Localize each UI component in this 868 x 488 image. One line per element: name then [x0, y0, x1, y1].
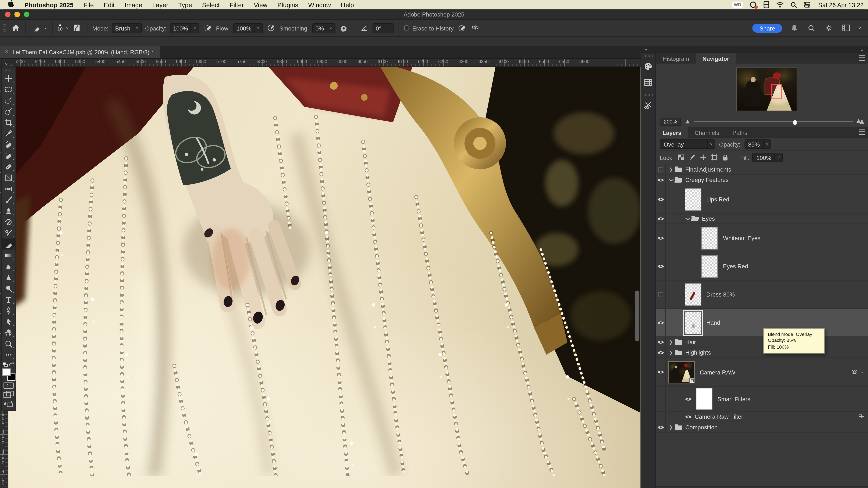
chevron-down-icon[interactable]: ˅: [858, 25, 861, 31]
layer-name[interactable]: Hair: [685, 339, 696, 345]
navigator-zoom-slider[interactable]: [694, 121, 853, 122]
dodge-tool[interactable]: [2, 283, 16, 294]
pressure-size-icon[interactable]: [457, 24, 467, 32]
apple-menu-icon[interactable]: [8, 0, 14, 9]
horizontal-ruler[interactable]: 5200525053005350540054505500555056005650…: [8, 59, 641, 67]
lock-transparency-icon[interactable]: [677, 154, 685, 161]
eye-icon[interactable]: [656, 347, 666, 357]
airbrush-icon[interactable]: [266, 24, 276, 32]
pen-tool[interactable]: [2, 305, 16, 316]
layer-thumbnail[interactable]: [685, 283, 701, 306]
tools-grip[interactable]: [2, 68, 16, 72]
layer-whiteout-eyes[interactable]: Whiteout Eyes: [656, 224, 868, 252]
eye-icon[interactable]: [656, 309, 666, 336]
expand-dock-icon[interactable]: «: [645, 47, 647, 52]
angle-input[interactable]: 0°: [372, 23, 393, 33]
layer-thumbnail[interactable]: [702, 255, 718, 278]
layer-name[interactable]: Hand: [706, 319, 720, 326]
eye-hidden-box[interactable]: [656, 164, 666, 174]
more-tools-tool[interactable]: [2, 349, 16, 360]
screen-mode-icon[interactable]: [3, 391, 14, 398]
tab-paths[interactable]: Paths: [726, 127, 754, 138]
zoom-out-triangle-icon[interactable]: [686, 120, 690, 123]
tab-layers[interactable]: Layers: [656, 127, 688, 138]
layer-dress-30-[interactable]: Dress 30%: [656, 281, 868, 308]
layer-camera-raw[interactable]: Camera RAW︿: [656, 358, 868, 387]
layer-name[interactable]: Composition: [685, 424, 717, 430]
collapse-group-icon[interactable]: ❮: [669, 177, 674, 183]
film-icon[interactable]: [763, 1, 770, 8]
strip-grip[interactable]: [644, 55, 652, 57]
expand-group-icon[interactable]: ❯: [668, 339, 674, 345]
search-icon[interactable]: [807, 24, 816, 32]
photos-icon[interactable]: [749, 1, 757, 8]
layer-group-hair[interactable]: ❯Hair: [656, 337, 868, 348]
close-tab-icon[interactable]: ✕: [4, 49, 9, 55]
layer-opacity-select[interactable]: 85%˅: [744, 139, 771, 149]
navigator-preview[interactable]: [656, 64, 868, 116]
type-tool[interactable]: [2, 294, 16, 305]
layer-name[interactable]: Eyes Red: [723, 263, 748, 269]
gradient-tool[interactable]: [2, 250, 16, 261]
eraser-tool[interactable]: [2, 238, 16, 250]
expand-group-icon[interactable]: ❯: [668, 425, 674, 430]
layer-name[interactable]: Highlights: [685, 349, 711, 356]
control-center-icon[interactable]: [804, 2, 810, 8]
smart-object-thumbnail[interactable]: [668, 361, 695, 383]
lock-paint-icon[interactable]: [688, 154, 696, 161]
layer-group-final-adjustments[interactable]: ❯Final Adjustments: [656, 164, 868, 175]
layer-name[interactable]: Camera Raw Filter: [695, 413, 743, 420]
gear-icon[interactable]: [339, 24, 349, 32]
remove-tool-tool[interactable]: [2, 150, 16, 161]
eye-icon[interactable]: [685, 412, 692, 422]
document-tab[interactable]: ✕ Let Them Eat CakeCJM.psb @ 200% (Hand,…: [0, 46, 160, 58]
crop-tool[interactable]: [2, 117, 16, 128]
content-aware-move-tool[interactable]: [2, 183, 16, 194]
layer-name[interactable]: Dress 30%: [706, 291, 735, 298]
layer-smart-filters[interactable]: Smart Filters: [656, 387, 868, 412]
close-tools-icon[interactable]: ✕: [4, 62, 8, 67]
layer-group-eyes[interactable]: ❮Eyes: [656, 214, 868, 224]
window-titlebar[interactable]: Adobe Photoshop 2025: [0, 9, 868, 20]
menu-layer[interactable]: Layer: [147, 1, 173, 8]
layer-name[interactable]: Eyes: [702, 215, 715, 222]
swap-colors-icon[interactable]: [8, 362, 14, 367]
layer-fill-select[interactable]: 100%˅: [752, 153, 783, 162]
eye-icon[interactable]: [656, 422, 666, 432]
opacity-select[interactable]: 100%˅: [170, 23, 199, 33]
eye-icon[interactable]: [656, 175, 666, 185]
document-canvas[interactable]: [8, 67, 641, 488]
erase-to-history-checkbox[interactable]: [404, 25, 409, 31]
eye-icon[interactable]: [656, 337, 666, 347]
layer-group-composition[interactable]: ❯Composition: [656, 422, 868, 433]
menu-clock[interactable]: Sat 26 Apr 13:22: [818, 1, 864, 8]
home-icon[interactable]: [10, 24, 21, 32]
vertical-scrollbar-thumb[interactable]: [635, 290, 639, 341]
layer-group-creepy-features[interactable]: ❮Creepy Features: [656, 175, 868, 185]
layer-camera-raw-filter[interactable]: Camera Raw Filter: [656, 412, 868, 422]
brush-size-preview[interactable]: 10: [57, 25, 63, 32]
smart-filter-clip-icon[interactable]: [851, 369, 858, 375]
brush-tool[interactable]: [2, 194, 16, 205]
layer-thumbnail[interactable]: [685, 188, 701, 210]
spot-healing-brush-tool[interactable]: [2, 139, 16, 150]
expand-group-icon[interactable]: ❯: [668, 350, 674, 355]
layer-name[interactable]: Creepy Features: [685, 176, 728, 183]
eye-icon[interactable]: [656, 252, 666, 280]
foreground-background-swatches[interactable]: [2, 368, 15, 381]
eye-icon[interactable]: [656, 214, 666, 223]
layer-thumbnail[interactable]: [702, 227, 718, 249]
eye-icon[interactable]: [685, 394, 692, 404]
collapse-panels-icon[interactable]: »: [861, 47, 864, 52]
layer-name[interactable]: Lips Red: [706, 196, 729, 202]
filter-blend-options-icon[interactable]: [858, 413, 865, 420]
zoom-in-triangles-icon[interactable]: [858, 119, 864, 124]
layer-group-highlights[interactable]: ❯Highlights: [656, 347, 868, 358]
vertical-scrollbar[interactable]: [634, 67, 640, 488]
navigator-zoom-knob[interactable]: [793, 119, 797, 125]
bell-icon[interactable]: [789, 24, 799, 32]
navigator-zoom-value[interactable]: 200%: [660, 118, 681, 125]
menu-filter[interactable]: Filter: [225, 1, 249, 8]
options-grip[interactable]: [3, 23, 6, 33]
color-panel-icon[interactable]: [644, 62, 652, 73]
